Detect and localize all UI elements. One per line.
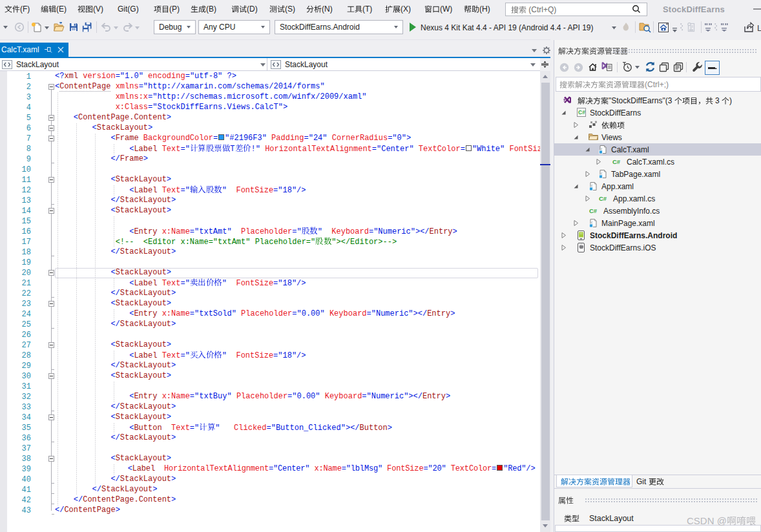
svg-text:C#: C# (589, 207, 598, 214)
svg-text:C#: C# (578, 109, 585, 116)
svg-text:C#: C# (599, 195, 607, 202)
svg-text:C#: C# (612, 158, 621, 165)
